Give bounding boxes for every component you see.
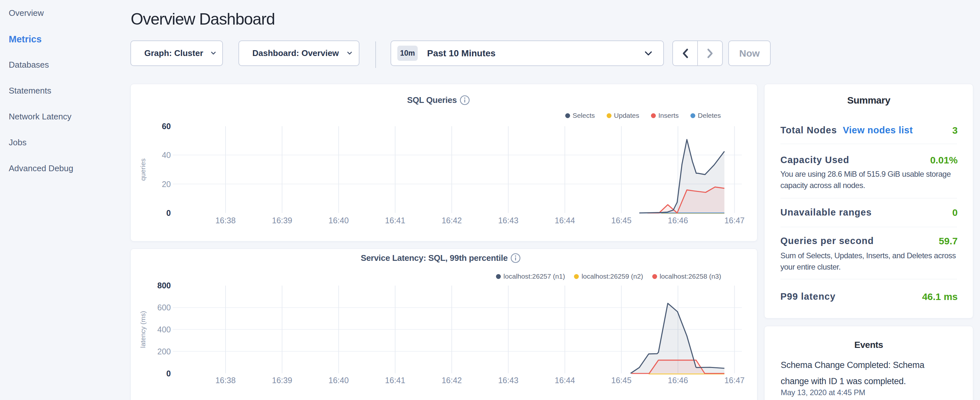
svg-text:16:44: 16:44 [555,376,575,385]
svg-text:16:42: 16:42 [442,376,462,385]
svg-text:16:47: 16:47 [724,216,745,225]
svg-text:400: 400 [157,325,171,334]
svg-text:0: 0 [166,209,171,217]
svg-text:200: 200 [157,347,171,356]
svg-text:16:43: 16:43 [498,376,519,385]
svg-text:16:43: 16:43 [498,216,519,225]
svg-text:16:46: 16:46 [668,216,688,225]
svg-text:16:45: 16:45 [611,376,632,385]
svg-text:16:39: 16:39 [272,216,293,225]
svg-text:16:44: 16:44 [555,216,575,225]
svg-text:800: 800 [157,281,171,290]
svg-text:16:45: 16:45 [611,216,632,225]
svg-text:latency (ms): latency (ms) [139,311,146,348]
svg-text:16:39: 16:39 [272,376,293,385]
svg-text:queries: queries [139,159,146,181]
svg-text:16:40: 16:40 [328,376,349,385]
svg-text:16:41: 16:41 [385,376,406,385]
svg-text:20: 20 [162,180,171,189]
svg-text:0: 0 [166,369,171,378]
svg-text:16:38: 16:38 [215,376,236,385]
svg-text:16:41: 16:41 [385,216,406,225]
svg-text:40: 40 [162,150,171,159]
svg-text:16:42: 16:42 [442,216,462,225]
svg-text:60: 60 [162,122,171,131]
svg-text:16:46: 16:46 [668,376,688,385]
svg-text:600: 600 [157,303,171,312]
svg-text:16:40: 16:40 [328,216,349,225]
svg-text:16:38: 16:38 [215,216,236,225]
svg-text:16:47: 16:47 [724,376,745,385]
